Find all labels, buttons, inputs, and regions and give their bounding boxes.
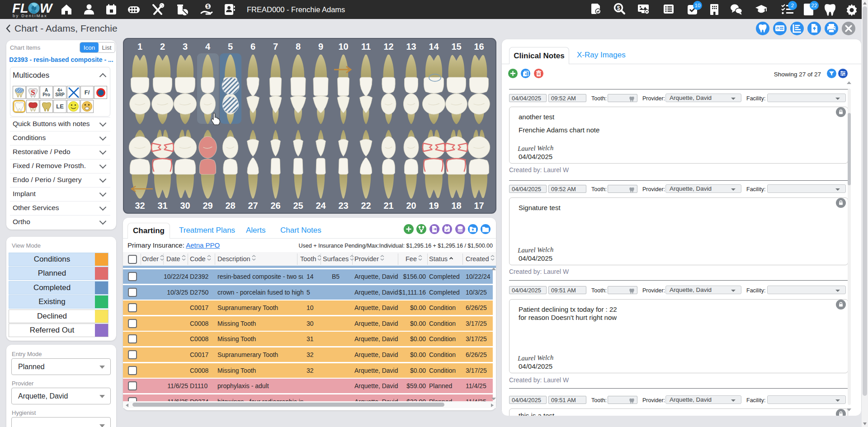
svg-text:7: 7 xyxy=(273,42,278,52)
svg-text:22: 22 xyxy=(361,201,371,211)
svg-text:$: $ xyxy=(617,5,620,11)
svg-text:29: 29 xyxy=(203,201,212,211)
svg-text:28: 28 xyxy=(225,201,235,211)
svg-text:$: $ xyxy=(207,4,209,9)
svg-text:19: 19 xyxy=(429,201,439,211)
svg-text:21: 21 xyxy=(383,201,393,211)
svg-text:5: 5 xyxy=(228,42,233,52)
svg-text:9: 9 xyxy=(318,42,323,52)
svg-text:by DentiMax: by DentiMax xyxy=(13,13,47,18)
svg-text:17: 17 xyxy=(474,201,484,211)
svg-text:25: 25 xyxy=(293,201,303,211)
svg-text:11: 11 xyxy=(361,42,371,52)
svg-text:27: 27 xyxy=(248,201,258,211)
svg-text:4: 4 xyxy=(205,42,211,52)
svg-text:31: 31 xyxy=(157,201,167,211)
svg-text:12: 12 xyxy=(383,42,393,52)
svg-text:13: 13 xyxy=(406,42,416,52)
svg-text:24: 24 xyxy=(316,201,326,211)
svg-text:2: 2 xyxy=(160,42,165,52)
svg-text:$: $ xyxy=(777,27,779,31)
svg-text:8: 8 xyxy=(296,42,301,52)
svg-text:6: 6 xyxy=(250,42,255,52)
svg-text:32: 32 xyxy=(135,201,145,211)
svg-text:18: 18 xyxy=(451,201,461,211)
svg-text:16: 16 xyxy=(474,42,484,52)
svg-text:3: 3 xyxy=(183,42,188,52)
svg-text:23: 23 xyxy=(338,201,348,211)
svg-text:15: 15 xyxy=(451,42,461,52)
svg-text:S: S xyxy=(31,88,35,97)
svg-text:14: 14 xyxy=(429,42,439,52)
svg-text:20: 20 xyxy=(406,201,416,211)
svg-text:10: 10 xyxy=(338,42,348,52)
svg-text:30: 30 xyxy=(180,201,190,211)
svg-text:1: 1 xyxy=(137,42,142,52)
svg-text:26: 26 xyxy=(270,201,280,211)
